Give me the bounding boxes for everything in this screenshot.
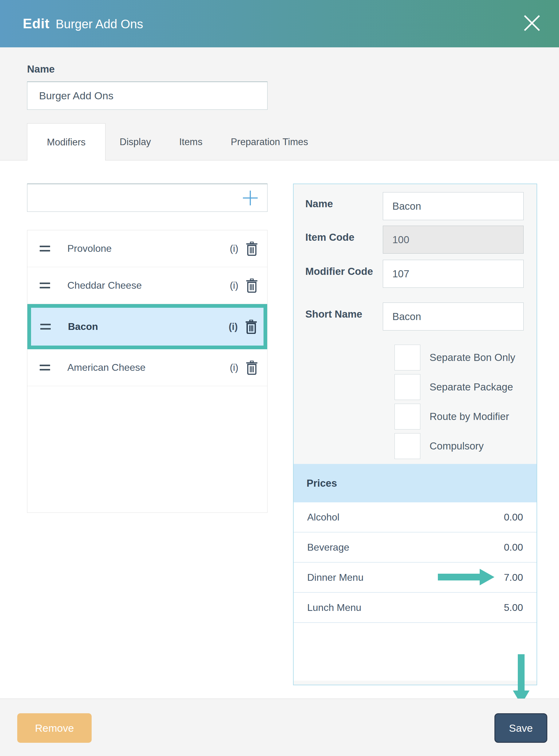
separate-bon-only-checkbox[interactable] xyxy=(395,345,420,370)
info-icon[interactable]: (i) xyxy=(230,362,238,373)
price-label: Dinner Menu xyxy=(307,572,363,583)
trash-icon[interactable] xyxy=(245,320,258,334)
separate-bon-only-label: Separate Bon Only xyxy=(429,352,515,363)
drag-handle-icon[interactable] xyxy=(40,246,50,251)
prices-title: Prices xyxy=(307,478,337,489)
price-value[interactable]: 5.00 xyxy=(504,602,523,613)
prices-empty-area xyxy=(294,623,537,681)
route-by-modifier-label: Route by Modifier xyxy=(429,411,509,422)
modal-footer: Remove Save xyxy=(0,698,559,756)
price-label: Beverage xyxy=(307,542,349,553)
detail-checkbox-group: Separate Bon Only Separate Package Route… xyxy=(395,345,524,459)
group-name-input[interactable] xyxy=(27,82,268,110)
remove-button[interactable]: Remove xyxy=(17,713,92,743)
price-label: Lunch Menu xyxy=(307,602,361,613)
trash-icon[interactable] xyxy=(246,242,258,256)
modal-top-section: Name Modifiers Display Items Preparation… xyxy=(0,47,559,160)
close-icon xyxy=(523,14,541,32)
detail-item-code-label: Item Code xyxy=(305,226,383,254)
detail-short-name-input[interactable] xyxy=(383,302,524,330)
price-row-alcohol[interactable]: Alcohol 0.00 xyxy=(294,502,537,532)
modal-title: Edit Burger Add Ons xyxy=(23,16,143,32)
drag-handle-icon[interactable] xyxy=(40,324,51,329)
tab-preparation-times[interactable]: Preparation Times xyxy=(217,124,322,161)
price-value[interactable]: 7.00 xyxy=(504,572,523,583)
list-item-american-cheese[interactable]: American Cheese (i) xyxy=(27,349,267,386)
tab-modifiers-label: Modifiers xyxy=(47,137,86,148)
modal-header: Edit Burger Add Ons xyxy=(0,0,559,47)
tab-modifiers[interactable]: Modifiers xyxy=(27,123,106,161)
modal-title-name: Burger Add Ons xyxy=(55,17,143,31)
list-item-provolone[interactable]: Provolone (i) xyxy=(27,230,267,267)
tab-content-modifiers: Provolone (i) Cheddar Cheese xyxy=(0,160,559,698)
price-label: Alcohol xyxy=(307,511,339,523)
detail-short-name-label: Short Name xyxy=(305,302,383,330)
tab-preparation-times-label: Preparation Times xyxy=(231,137,308,147)
separate-package-checkbox[interactable] xyxy=(395,374,420,400)
modifier-name: Cheddar Cheese xyxy=(67,280,230,291)
price-value[interactable]: 0.00 xyxy=(504,511,523,523)
trash-icon[interactable] xyxy=(246,278,258,293)
group-name-label: Name xyxy=(27,63,55,75)
compulsory-label: Compulsory xyxy=(429,440,484,452)
detail-name-label: Name xyxy=(305,192,383,220)
info-icon[interactable]: (i) xyxy=(230,243,238,254)
route-by-modifier-checkbox[interactable] xyxy=(395,404,420,430)
separate-package-label: Separate Package xyxy=(429,381,513,393)
add-modifier-plus-icon[interactable] xyxy=(242,190,259,206)
drag-handle-icon[interactable] xyxy=(40,282,50,289)
detail-modifier-code-label: Modifier Code xyxy=(305,260,383,288)
close-button[interactable] xyxy=(523,14,541,32)
modal-title-prefix: Edit xyxy=(23,16,49,32)
prices-section-header: Prices xyxy=(294,464,537,502)
price-value[interactable]: 0.00 xyxy=(504,542,523,553)
info-icon[interactable]: (i) xyxy=(230,280,238,291)
info-icon[interactable]: (i) xyxy=(229,321,238,333)
modifier-name: Provolone xyxy=(67,243,230,254)
tab-items-label: Items xyxy=(179,137,203,147)
price-row-dinner-menu[interactable]: Dinner Menu 7.00 xyxy=(294,563,537,593)
price-row-beverage[interactable]: Beverage 0.00 xyxy=(294,532,537,563)
drag-handle-icon[interactable] xyxy=(40,365,50,370)
modifier-name: Bacon xyxy=(68,321,229,333)
detail-item-code-input xyxy=(383,226,524,254)
list-item-cheddar-cheese[interactable]: Cheddar Cheese (i) xyxy=(27,267,267,304)
save-button[interactable]: Save xyxy=(494,713,547,743)
modifier-detail-panel: Name Item Code Modifier Code Short Name xyxy=(293,184,537,685)
modifier-list: Provolone (i) Cheddar Cheese xyxy=(27,230,268,513)
add-modifier-box xyxy=(27,184,268,212)
detail-name-input[interactable] xyxy=(383,192,524,220)
tab-display-label: Display xyxy=(119,137,151,147)
detail-modifier-code-input[interactable] xyxy=(383,260,524,288)
list-item-bacon-selected[interactable]: Bacon (i) xyxy=(27,304,267,349)
tab-display[interactable]: Display xyxy=(106,124,165,161)
tab-bar: Modifiers Display Items Preparation Time… xyxy=(27,123,322,161)
trash-icon[interactable] xyxy=(246,361,258,375)
edit-modifier-group-modal: Edit Burger Add Ons Name Modifiers Displ… xyxy=(0,0,559,756)
tab-items[interactable]: Items xyxy=(165,124,217,161)
modifier-name: American Cheese xyxy=(67,362,230,373)
price-row-lunch-menu[interactable]: Lunch Menu 5.00 xyxy=(294,593,537,623)
prices-table: Alcohol 0.00 Beverage 0.00 Dinner Menu 7… xyxy=(294,502,537,681)
compulsory-checkbox[interactable] xyxy=(395,433,420,459)
